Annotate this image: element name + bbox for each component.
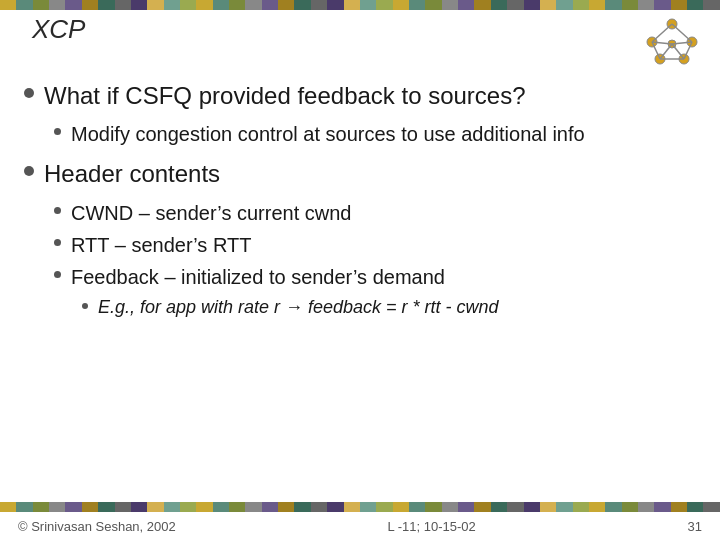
footer-page-number: 31 (688, 519, 702, 534)
svg-line-7 (672, 24, 692, 42)
bullet-2: Header contents (24, 158, 696, 190)
bullet-2-subsub-1-dot (82, 303, 88, 309)
slide-content: What if CSFQ provided feedback to source… (24, 80, 696, 490)
bullet-2-sub-3: Feedback – initialized to sender’s deman… (54, 263, 696, 291)
bullet-1-sub-1: Modify congestion control at sources to … (54, 120, 696, 148)
network-icon (642, 14, 702, 69)
bullet-2-sub-1-dot (54, 207, 61, 214)
bullet-1-text: What if CSFQ provided feedback to source… (44, 80, 526, 112)
bullet-1-dot (24, 88, 34, 98)
bullet-2-text: Header contents (44, 158, 220, 190)
bullet-1-sub-1-dot (54, 128, 61, 135)
bullet-2-sub-1: CWND – sender’s current cwnd (54, 199, 696, 227)
bottom-decorative-bar (0, 502, 720, 512)
bullet-1-sub-1-text: Modify congestion control at sources to … (71, 120, 585, 148)
bullet-2-subs: CWND – sender’s current cwnd RTT – sende… (54, 199, 696, 320)
bullet-2-subsub-1: E.g., for app with rate r → feedback = r… (82, 295, 696, 320)
bullet-1: What if CSFQ provided feedback to source… (24, 80, 696, 112)
bullet-2-sub-1-text: CWND – sender’s current cwnd (71, 199, 351, 227)
svg-line-14 (672, 44, 684, 59)
footer-lecture: L -11; 10-15-02 (387, 519, 475, 534)
bullet-2-sub-3-dot (54, 271, 61, 278)
bullet-2-dot (24, 166, 34, 176)
bullet-2-subsubs: E.g., for app with rate r → feedback = r… (82, 295, 696, 320)
bullet-2-sub-2-text: RTT – sender’s RTT (71, 231, 251, 259)
top-decorative-bar (0, 0, 720, 10)
svg-line-6 (652, 24, 672, 42)
svg-line-13 (660, 44, 672, 59)
footer-copyright: © Srinivasan Seshan, 2002 (18, 519, 176, 534)
slide-title: XCP (32, 14, 85, 45)
footer: © Srinivasan Seshan, 2002 L -11; 10-15-0… (0, 519, 720, 534)
bullet-2-subsub-1-text: E.g., for app with rate r → feedback = r… (98, 295, 499, 320)
bullet-1-subs: Modify congestion control at sources to … (54, 120, 696, 148)
bullet-2-sub-3-text: Feedback – initialized to sender’s deman… (71, 263, 445, 291)
bullet-2-sub-2-dot (54, 239, 61, 246)
bullet-2-sub-2: RTT – sender’s RTT (54, 231, 696, 259)
